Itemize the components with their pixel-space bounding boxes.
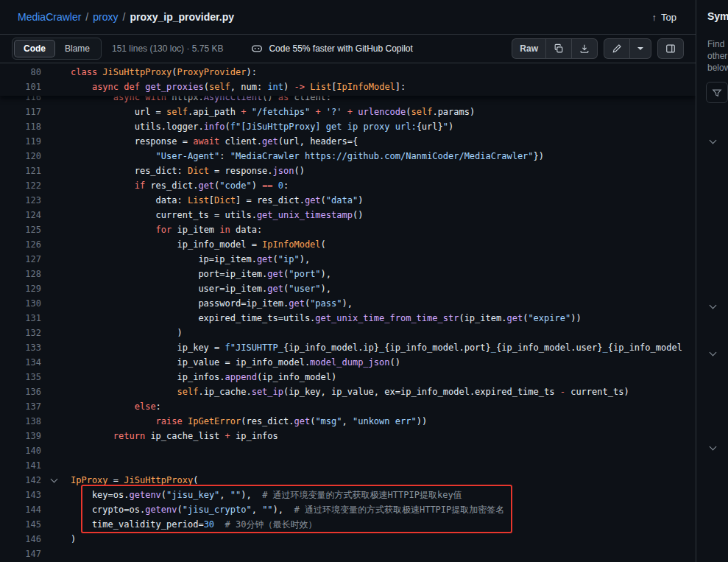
edit-button[interactable]	[604, 38, 630, 59]
chevron-down-icon	[710, 349, 717, 356]
code-text: password=ip_item.get("pass"),	[49, 296, 353, 311]
tab-code[interactable]: Code	[14, 40, 55, 57]
code-text	[49, 547, 71, 561]
code-text: data: List[Dict] = res_dict.get("data")	[49, 193, 363, 208]
symbols-panel-title: Symbols	[707, 10, 728, 22]
breadcrumb-folder-link[interactable]: proxy	[93, 11, 118, 23]
code-text: self.ip_cache.set_ip(ip_key, ip_value, e…	[49, 384, 629, 399]
code-line: 136 self.ip_cache.set_ip(ip_key, ip_valu…	[0, 384, 696, 399]
code-text: res_dict: Dict = response.json()	[49, 164, 305, 178]
line-number[interactable]: 135	[0, 370, 49, 384]
line-number[interactable]: 134	[0, 355, 49, 370]
symbols-description-line: below	[707, 62, 728, 74]
line-number[interactable]: 145	[0, 517, 49, 532]
code-line: 138 raise IpGetError(res_dict.get("msg",…	[0, 414, 696, 429]
line-number[interactable]: 130	[0, 296, 49, 311]
line-number[interactable]: 123	[0, 193, 49, 208]
toolbar-actions: Raw	[512, 38, 684, 59]
line-number[interactable]: 118	[0, 119, 49, 134]
line-number[interactable]: 144	[0, 502, 49, 517]
line-number[interactable]: 126	[0, 237, 49, 252]
top-label: Top	[661, 12, 676, 23]
filter-icon	[712, 88, 722, 98]
code-text: url = self.api_path + "/fetchips" + '?' …	[49, 105, 475, 119]
line-number[interactable]: 132	[0, 326, 49, 340]
line-number[interactable]: 133	[0, 340, 49, 355]
symbols-description-line: other	[707, 50, 728, 62]
chevron-down-icon	[710, 137, 717, 144]
line-number[interactable]: 131	[0, 311, 49, 326]
line-number[interactable]: 129	[0, 281, 49, 296]
code-text: raise IpGetError(res_dict.get("msg", "un…	[49, 414, 427, 429]
line-number[interactable]: 137	[0, 399, 49, 414]
code-line: 117 url = self.api_path + "/fetchips" + …	[0, 105, 696, 119]
symbols-description-line: Find	[707, 38, 728, 50]
copy-icon	[554, 43, 564, 54]
line-number[interactable]: 141	[0, 458, 49, 473]
code-text: user=ip_item.get("user"),	[49, 281, 331, 296]
line-number[interactable]: 127	[0, 252, 49, 267]
page: MediaCrawler / proxy / proxy_ip_provider…	[0, 0, 728, 562]
copilot-banner: Code 55% faster with GitHub Copilot	[251, 43, 412, 55]
code-text: for ip_item in data:	[49, 222, 262, 237]
code-text: "User-Agent": "MediaCrawler https://gith…	[49, 149, 544, 164]
code-text: time_validity_period=30 # 30分钟（最长时效）	[49, 517, 317, 532]
code-line: 130 password=ip_item.get("pass"),	[0, 296, 696, 311]
line-number[interactable]: 101	[0, 80, 49, 94]
line-number[interactable]: 140	[0, 443, 49, 458]
line-number[interactable]: 122	[0, 178, 49, 193]
code-line: 137 else:	[0, 399, 696, 414]
code-line: 145 time_validity_period=30 # 30分钟（最长时效）	[0, 517, 696, 532]
code-line: 101 async def get_proxies(self, num: int…	[0, 80, 696, 94]
code-line: 121 res_dict: Dict = response.json()	[0, 164, 696, 178]
back-to-top-link[interactable]: ↑ Top	[652, 12, 676, 23]
copy-button[interactable]	[546, 38, 572, 59]
line-number[interactable]: 139	[0, 429, 49, 443]
line-number[interactable]: 138	[0, 414, 49, 429]
code-line: 120 "User-Agent": "MediaCrawler https://…	[0, 149, 696, 164]
line-number[interactable]: 142	[0, 473, 49, 488]
symbols-panel-toggle-button[interactable]	[657, 38, 684, 59]
breadcrumb-separator: /	[122, 11, 125, 23]
line-number[interactable]: 120	[0, 149, 49, 164]
breadcrumb-separator: /	[85, 11, 88, 23]
code-text: current_ts = utils.get_unix_timestamp()	[49, 208, 363, 222]
symbols-filter-button[interactable]	[706, 82, 728, 103]
breadcrumb: MediaCrawler / proxy / proxy_ip_provider…	[0, 0, 696, 34]
symbols-panel-description: Findotherbelow	[707, 38, 728, 74]
code-line: 124 current_ts = utils.get_unix_timestam…	[0, 208, 696, 222]
code-text: ip_info_model = IpInfoModel(	[49, 237, 326, 252]
download-button[interactable]	[572, 38, 598, 59]
line-number[interactable]: 143	[0, 488, 49, 502]
code-text: port=ip_item.get("port"),	[49, 267, 331, 281]
copilot-text: Code 55% faster with GitHub Copilot	[269, 43, 412, 54]
code-line: 144 crypto=os.getenv("jisu_crypto", ""),…	[0, 502, 696, 517]
code-blame-switcher: Code Blame	[12, 38, 102, 60]
code-text	[49, 443, 71, 458]
sticky-lines: 80class JiSuHttpProxy(ProxyProvider):101…	[0, 63, 696, 96]
line-number[interactable]: 80	[0, 65, 49, 80]
code-text: async def get_proxies(self, num: int) ->…	[49, 80, 406, 94]
breadcrumb-repo-link[interactable]: MediaCrawler	[18, 11, 81, 23]
line-number[interactable]: 124	[0, 208, 49, 222]
line-number[interactable]: 119	[0, 134, 49, 149]
line-number[interactable]: 147	[0, 547, 49, 561]
line-number[interactable]: 128	[0, 267, 49, 281]
code-text: expired_time_ts=utils.get_unix_time_from…	[49, 311, 582, 326]
code-line: 132 )	[0, 326, 696, 340]
line-number[interactable]: 125	[0, 222, 49, 237]
line-number[interactable]: 136	[0, 384, 49, 399]
edit-dropdown-button[interactable]	[630, 38, 651, 59]
code-text: ip=ip_item.get("ip"),	[49, 252, 310, 267]
line-number[interactable]: 121	[0, 164, 49, 178]
raw-button[interactable]: Raw	[512, 38, 546, 59]
code-text: crypto=os.getenv("jisu_crypto", ""), # 通…	[49, 502, 504, 517]
code-text: if res_dict.get("code") == 0:	[49, 178, 289, 193]
panel-icon	[665, 43, 676, 54]
code-text	[49, 458, 71, 473]
code-text: class JiSuHttpProxy(ProxyProvider):	[49, 65, 257, 80]
code-line: 147	[0, 547, 696, 561]
tab-blame[interactable]: Blame	[55, 40, 99, 57]
line-number[interactable]: 117	[0, 105, 49, 119]
line-number[interactable]: 146	[0, 532, 49, 547]
